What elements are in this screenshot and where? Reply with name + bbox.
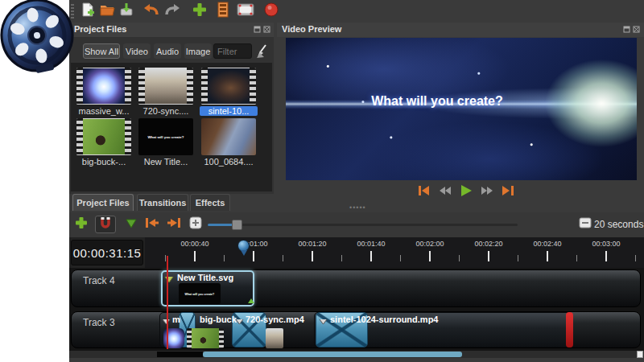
file-label[interactable]: 100_0684....	[200, 157, 258, 167]
play-button[interactable]	[459, 184, 473, 197]
panel-dock-controls	[623, 26, 640, 33]
chevron-down-icon[interactable]	[319, 314, 328, 328]
ruler-tick-minor	[224, 255, 225, 261]
add-track-button[interactable]	[72, 216, 90, 233]
playhead-marker[interactable]	[237, 240, 250, 256]
file-thumb-sintel[interactable]	[201, 68, 256, 105]
zoom-scale-button[interactable]	[576, 216, 594, 233]
chevron-down-icon[interactable]	[235, 314, 244, 328]
file-thumb-massive[interactable]	[76, 68, 131, 105]
project-files-grid: massive_w... 720-sync.... sintel-10... b…	[71, 63, 272, 191]
project-files-title: Project Files	[69, 23, 274, 37]
video-title-text: What will you create?	[286, 94, 588, 109]
close-icon[interactable]	[633, 26, 640, 33]
plus-icon	[192, 2, 208, 21]
redo-button[interactable]	[163, 2, 181, 20]
export-video-button[interactable]	[262, 2, 280, 20]
undo-button[interactable]	[142, 2, 160, 20]
file-thumb-720sync[interactable]	[138, 68, 193, 105]
skip-back-icon	[145, 217, 159, 232]
chevron-down-icon[interactable]	[164, 272, 174, 286]
file-label[interactable]: 720-sync....	[137, 106, 195, 116]
undock-icon[interactable]	[254, 26, 261, 33]
openshot-logo	[0, 0, 77, 76]
ruler-tick-major	[194, 251, 196, 261]
ruler-tick-major	[312, 251, 313, 261]
rewind-button[interactable]	[438, 184, 452, 197]
project-files-panel: Project Files Show All Video Audio Image…	[69, 23, 274, 194]
new-project-button[interactable]	[79, 2, 97, 20]
timeline-ruler-row: 00:00:31:15 00:00:40 00:01:00 00:01:20 0…	[69, 237, 644, 268]
ruler-tick-major	[253, 251, 254, 261]
zoom-slider-handle[interactable]	[232, 220, 242, 230]
film-frame-icon	[237, 2, 254, 20]
ruler-tick-major	[605, 251, 607, 261]
timeline-ruler[interactable]: 00:00:40 00:01:00 00:01:20 00:01:40 00:0…	[145, 237, 644, 268]
clip-label: big-buck-	[200, 315, 240, 324]
filter-input[interactable]	[213, 43, 252, 59]
ruler-label: 00:03:00	[592, 240, 620, 248]
choose-profile-button[interactable]	[214, 2, 232, 20]
splitter-handle[interactable]: •••••	[349, 207, 364, 210]
filter-video-button[interactable]: Video	[123, 43, 151, 59]
clip-trim-edge[interactable]	[566, 312, 573, 348]
file-thumb-newtitle[interactable]: What will you create?	[138, 118, 193, 155]
video-preview-screen[interactable]: What will you create?	[286, 38, 637, 180]
export-frame-button[interactable]	[237, 2, 254, 20]
tab-effects[interactable]: Effects	[190, 194, 230, 211]
file-thumb-photo[interactable]	[201, 118, 256, 155]
ruler-tick-minor	[165, 255, 166, 261]
track-4-row[interactable]: Track 4	[71, 269, 641, 307]
open-project-button[interactable]	[98, 2, 116, 20]
magnet-icon	[99, 216, 112, 232]
video-preview-panel: Video Preview What will you create?	[277, 23, 644, 211]
save-project-button[interactable]	[118, 2, 135, 20]
import-files-button[interactable]	[191, 2, 208, 20]
scrollbar-corner[interactable]	[637, 351, 643, 358]
ruler-tick-major	[547, 251, 548, 261]
zoom-slider[interactable]	[208, 224, 518, 226]
plus-icon	[74, 216, 89, 233]
filter-image-button[interactable]: Image	[184, 43, 212, 59]
jump-end-button[interactable]	[501, 184, 515, 197]
filter-show-all-button[interactable]: Show All	[83, 43, 120, 59]
undo-icon	[142, 2, 160, 21]
clip-label: New Title.svg	[177, 273, 233, 282]
open-folder-icon	[99, 2, 115, 21]
close-icon[interactable]	[263, 26, 270, 33]
ruler-label: 00:02:00	[415, 240, 444, 248]
file-label-selected[interactable]: sintel-10...	[200, 106, 258, 116]
filmstrip-icon	[217, 2, 229, 21]
file-thumb-bigbuck[interactable]	[76, 118, 131, 155]
zoom-slider-fill	[208, 224, 233, 226]
redo-icon	[163, 2, 181, 21]
green-arrow-down-icon	[126, 217, 137, 232]
zoom-in-button[interactable]	[187, 216, 204, 233]
tab-transitions[interactable]: Transitions	[137, 194, 188, 211]
timeline-toolbar: 20 seconds	[69, 212, 644, 237]
snapping-toggle-button[interactable]	[95, 216, 116, 233]
video-frame-nebula	[286, 38, 637, 180]
next-marker-button[interactable]	[165, 216, 183, 233]
file-label[interactable]: big-buck-...	[75, 157, 133, 167]
broom-icon[interactable]	[254, 43, 269, 62]
ruler-label: 00:02:20	[474, 240, 502, 248]
ruler-tick-minor	[283, 255, 283, 261]
jump-start-button[interactable]	[417, 184, 431, 197]
filter-audio-button[interactable]: Audio	[154, 43, 181, 59]
playhead-tip	[241, 250, 247, 256]
add-marker-button[interactable]	[122, 216, 140, 233]
previous-marker-button[interactable]	[143, 216, 161, 233]
file-label[interactable]: massive_w...	[75, 106, 133, 116]
tab-project-files[interactable]: Project Files	[72, 194, 134, 211]
horizontal-scrollbar[interactable]	[69, 351, 644, 358]
zoom-in-icon	[189, 216, 202, 232]
scrollbar-thumb[interactable]	[203, 352, 462, 357]
ruler-tick-minor	[459, 255, 460, 261]
zoom-out-icon	[579, 217, 592, 232]
file-label[interactable]: New Title...	[137, 157, 195, 167]
ruler-tick-minor	[341, 255, 342, 261]
undock-icon[interactable]	[623, 26, 630, 33]
ruler-label: 00:00:40	[180, 240, 208, 248]
fast-forward-button[interactable]	[480, 184, 494, 197]
